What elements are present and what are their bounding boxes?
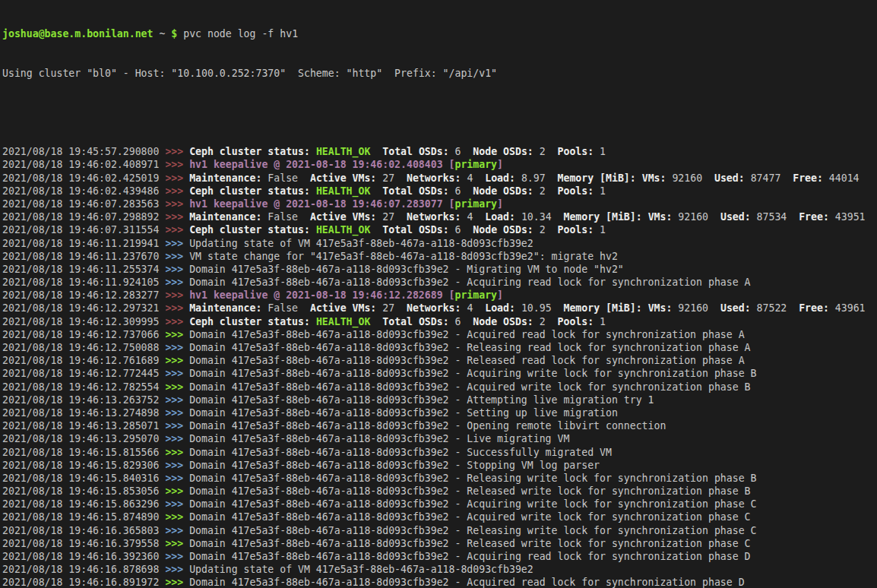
log-timestamp: 2021/08/18 19:45:57.290800 [2,146,165,157]
log-segment: 1 [594,146,606,157]
log-segment: 87534 [751,211,799,223]
shell-prompt-line: joshua@base.m.bonilan.net ~ $ pvc node l… [2,27,877,40]
log-line: 2021/08/18 19:46:02.439486 >>> Ceph clus… [2,185,877,198]
log-line: 2021/08/18 19:46:07.311554 >>> Ceph clus… [2,223,877,236]
log-segment: 87477 [745,172,793,184]
log-segment: 44014 [823,172,860,184]
log-segment: Memory [MiB]: [563,211,641,223]
log-timestamp: 2021/08/18 19:46:12.761689 [2,355,165,366]
log-prompt-marker: >>> [165,329,189,340]
log-segment: 4 [461,302,485,314]
log-prompt-marker: >>> [165,447,189,458]
log-segment: Domain 417e5a3f-88eb-467a-a118-8d093cfb3… [189,551,750,562]
log-segment: Updating state of VM 417e5a3f-88eb-467a-… [189,238,533,249]
blank-line [2,106,877,119]
log-segment [636,172,642,184]
log-prompt-marker: >>> [165,172,189,184]
terminal-screen[interactable]: joshua@base.m.bonilan.net ~ $ pvc node l… [0,0,877,588]
log-segment: Pools: [558,146,594,157]
log-segment: Load: [485,302,515,314]
log-segment: Ceph cluster status: [189,185,310,197]
log-line: 2021/08/18 19:46:12.309995 >>> Ceph clus… [2,315,877,328]
log-segment: Pools: [558,185,594,197]
log-segment: Ceph cluster status: [189,146,310,157]
log-segment: Used: [720,302,751,314]
log-prompt-marker: >>> [165,564,189,575]
log-line: 2021/08/18 19:46:12.297321 >>> Maintenan… [2,302,877,315]
log-timestamp: 2021/08/18 19:46:02.439486 [2,185,165,197]
log-prompt-marker: >>> [165,511,189,523]
log-segment: Active VMs: [310,211,376,223]
log-segment: 2 [533,146,558,157]
log-line: 2021/08/18 19:46:12.772445 >>> Domain 41… [2,367,877,380]
log-timestamp: 2021/08/18 19:46:15.815566 [2,447,165,458]
log-segment: Used: [720,211,751,223]
log-segment: 1 [594,185,606,197]
log-segment: 6 [449,224,473,236]
log-segment: Networks: [407,172,461,184]
log-segment: 87522 [751,302,799,314]
log-timestamp: 2021/08/18 19:46:16.878698 [2,564,165,575]
log-prompt-marker: >>> [165,485,189,497]
log-prompt-marker: >>> [165,289,189,301]
log-prompt-marker: >>> [165,381,189,393]
log-prompt-marker: >>> [165,407,189,419]
log-timestamp: 2021/08/18 19:46:12.750088 [2,342,165,353]
log-segment: Load: [485,211,515,223]
log-prompt-marker: >>> [165,238,189,249]
log-segment: Total OSDs: [382,316,448,327]
log-line: 2021/08/18 19:46:16.878698 >>> Updating … [2,563,877,576]
log-timestamp: 2021/08/18 19:46:12.309995 [2,316,165,327]
log-line: 2021/08/18 19:46:11.255374 >>> Domain 41… [2,263,877,276]
log-segment: Total OSDs: [382,224,448,236]
log-segment: Maintenance: [189,172,261,184]
log-timestamp: 2021/08/18 19:46:11.924105 [2,277,165,288]
log-prompt-marker: >>> [165,198,189,210]
log-prompt-marker: >>> [165,551,189,562]
log-segment: VMs: [648,211,673,223]
log-segment [370,316,382,327]
log-segment: Memory [MiB]: [558,172,636,184]
log-segment [642,302,648,314]
log-segment: Ceph cluster status: [189,316,310,327]
log-timestamp: 2021/08/18 19:46:07.311554 [2,224,165,236]
log-segment: ] [497,159,503,170]
log-line: 2021/08/18 19:45:57.290800 >>> Ceph clus… [2,145,877,158]
log-segment: 4 [461,211,485,223]
log-segment: Domain 417e5a3f-88eb-467a-a118-8d093cfb3… [189,577,744,588]
log-line: 2021/08/18 19:46:15.815566 >>> Domain 41… [2,446,877,459]
log-timestamp: 2021/08/18 19:46:12.782554 [2,381,165,393]
log-line: 2021/08/18 19:46:15.874890 >>> Domain 41… [2,511,877,523]
log-timestamp: 2021/08/18 19:46:16.379558 [2,538,165,549]
log-segment: 27 [376,172,407,184]
log-segment [310,146,316,157]
log-segment: hv1 keepalive @ 2021-08-18 19:46:07.2830… [189,198,454,210]
log-prompt-marker: >>> [165,433,189,444]
log-prompt-marker: >>> [165,342,189,353]
log-line: 2021/08/18 19:46:11.237670 >>> VM state … [2,250,877,263]
log-segment: Used: [714,172,745,184]
log-segment: primary [454,198,497,210]
log-prompt-marker: >>> [165,525,189,536]
log-line: 2021/08/18 19:46:15.863296 >>> Domain 41… [2,498,877,511]
log-prompt-marker: >>> [165,498,189,510]
log-segment [642,211,648,223]
log-timestamp: 2021/08/18 19:46:11.219941 [2,238,165,249]
log-prompt-marker: >>> [165,420,189,432]
log-timestamp: 2021/08/18 19:46:16.365803 [2,525,165,536]
log-segment: hv1 keepalive @ 2021-08-18 19:46:12.2826… [189,289,454,301]
log-segment: 10.34 [515,211,564,223]
log-line: 2021/08/18 19:46:12.750088 >>> Domain 41… [2,341,877,354]
log-segment: primary [454,159,497,170]
log-timestamp: 2021/08/18 19:46:16.392360 [2,551,165,562]
log-prompt-marker: >>> [165,277,189,288]
log-segment: Free: [799,302,829,314]
log-prompt-marker: >>> [165,355,189,366]
log-timestamp: 2021/08/18 19:46:15.874890 [2,511,165,523]
log-segment: 10.95 [515,302,564,314]
log-timestamp: 2021/08/18 19:46:12.772445 [2,368,165,379]
log-segment: 27 [376,302,407,314]
log-segment: 27 [376,211,407,223]
log-segment: Node OSDs: [473,316,533,327]
log-line: 2021/08/18 19:46:16.365803 >>> Domain 41… [2,524,877,537]
